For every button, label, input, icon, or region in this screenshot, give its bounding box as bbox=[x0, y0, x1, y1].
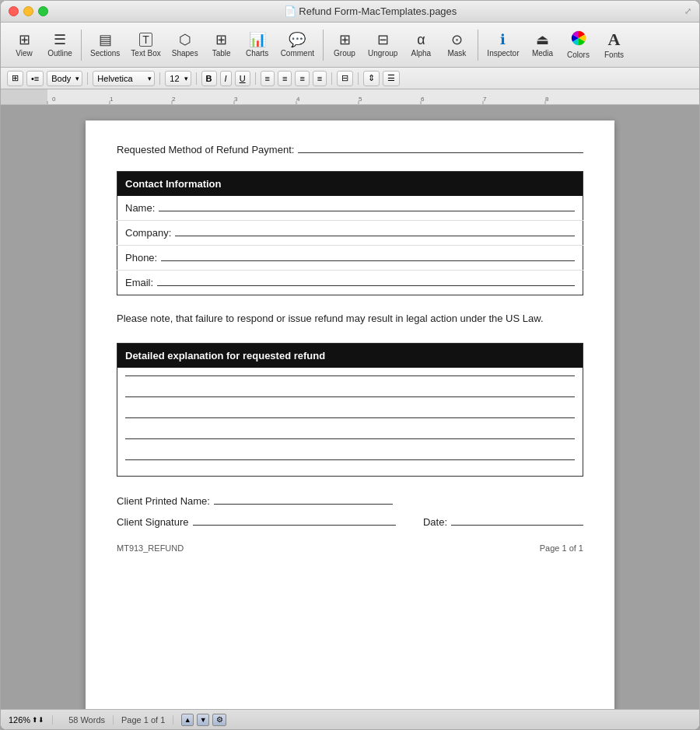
colors-icon bbox=[571, 30, 586, 48]
toolbar-textbox[interactable]: T Text Box bbox=[126, 26, 165, 65]
svg-text:1: 1 bbox=[110, 96, 114, 103]
toolbar-group-label: Group bbox=[334, 49, 355, 58]
refund-method-label: Requested Method of Refund Payment: bbox=[117, 144, 294, 155]
toolbar-media-label: Media bbox=[532, 49, 553, 58]
phone-field-row: Phone: bbox=[117, 246, 583, 270]
fmt-sep-5 bbox=[331, 72, 332, 85]
company-row: Company: bbox=[117, 221, 583, 246]
ruler: 0 1 2 3 4 5 6 7 8 bbox=[1, 89, 699, 105]
fmt-sep-3 bbox=[196, 72, 197, 85]
fmt-font-value: Helvetica bbox=[97, 74, 132, 83]
page-footer: MT913_REFUND Page 1 of 1 bbox=[117, 543, 583, 553]
toolbar-ungroup-label: Ungroup bbox=[368, 49, 397, 58]
name-label: Name: bbox=[125, 202, 155, 214]
name-field-row: Name: bbox=[117, 196, 583, 220]
client-signature-row: Client Signature Date: bbox=[117, 516, 583, 528]
email-row: Email: bbox=[117, 271, 583, 295]
toolbar-fonts[interactable]: A Fonts bbox=[597, 26, 632, 65]
nav-up-arrow[interactable]: ▲ bbox=[181, 714, 194, 726]
fmt-sep-4 bbox=[255, 72, 256, 85]
fmt-align-center-btn[interactable]: ≡ bbox=[278, 71, 292, 86]
toolbar: ⊞ View ☰ Outline ▤ Sections T Text Box ⬡… bbox=[1, 23, 699, 68]
client-printed-row: Client Printed Name: bbox=[117, 495, 583, 507]
toolbar-media[interactable]: ⏏ Media bbox=[526, 26, 560, 65]
toolbar-ungroup[interactable]: ⊟ Ungroup bbox=[363, 26, 402, 65]
fmt-italic-btn[interactable]: I bbox=[220, 71, 232, 86]
fmt-font-dropdown[interactable]: Helvetica bbox=[93, 71, 155, 86]
fmt-size-dropdown[interactable]: 12 bbox=[165, 71, 191, 86]
close-button[interactable] bbox=[9, 6, 19, 16]
client-printed-fill bbox=[214, 504, 393, 505]
svg-text:8: 8 bbox=[545, 96, 549, 103]
detail-line-4 bbox=[125, 438, 575, 439]
fmt-spacing-btn[interactable]: ⇕ bbox=[363, 71, 380, 86]
fmt-list-btn[interactable]: •≡ bbox=[26, 71, 44, 86]
fmt-align-left-btn[interactable]: ≡ bbox=[261, 71, 275, 86]
fmt-align-justify-btn[interactable]: ≡ bbox=[313, 71, 327, 86]
notice-text: Please note, that failure to respond or … bbox=[117, 311, 583, 327]
toolbar-alpha[interactable]: α Alpha bbox=[404, 26, 438, 65]
title-doc-icon: 📄 bbox=[284, 5, 299, 17]
svg-text:2: 2 bbox=[172, 96, 176, 103]
toolbar-outline[interactable]: ☰ Outline bbox=[43, 26, 77, 65]
svg-text:6: 6 bbox=[421, 96, 425, 103]
maximize-button[interactable] bbox=[38, 6, 48, 16]
toolbar-mask[interactable]: ⊙ Mask bbox=[439, 26, 474, 65]
detail-section-title: Detailed explanation for requested refun… bbox=[117, 343, 583, 368]
page-content: Requested Method of Refund Payment: Cont… bbox=[117, 144, 583, 553]
fmt-list-type-btn[interactable]: ☰ bbox=[383, 71, 400, 86]
page-count: Page 1 of 1 bbox=[114, 715, 173, 725]
nav-down-arrow[interactable]: ▼ bbox=[197, 714, 209, 726]
toolbar-comment-label: Comment bbox=[281, 49, 314, 58]
toolbar-comment[interactable]: 💬 Comment bbox=[276, 26, 319, 65]
mask-icon: ⊙ bbox=[451, 33, 463, 47]
toolbar-table[interactable]: ⊞ Table bbox=[205, 26, 239, 65]
toolbar-inspector-label: Inspector bbox=[487, 49, 519, 58]
fmt-sep-1 bbox=[87, 72, 88, 85]
zoom-control[interactable]: 126% ⬆⬇ bbox=[9, 715, 53, 725]
media-icon: ⏏ bbox=[536, 33, 549, 47]
statusbar: 126% ⬆⬇ 58 Words Page 1 of 1 ▲ ▼ ⚙ bbox=[1, 709, 699, 729]
fmt-sep-2 bbox=[159, 72, 160, 85]
signature-area: Client Printed Name: Client Signature Da… bbox=[117, 495, 583, 528]
fmt-bold-btn[interactable]: B bbox=[201, 71, 217, 86]
toolbar-group[interactable]: ⊞ Group bbox=[327, 26, 362, 65]
toolbar-shapes[interactable]: ⬡ Shapes bbox=[167, 26, 203, 65]
client-signature-label: Client Signature bbox=[117, 516, 189, 528]
detail-explanation-table: Detailed explanation for requested refun… bbox=[117, 343, 583, 477]
fmt-style-dropdown[interactable]: Body bbox=[47, 71, 82, 86]
fmt-style-btn[interactable]: ⊞ bbox=[7, 71, 23, 86]
toolbar-colors[interactable]: Colors bbox=[562, 26, 596, 65]
word-count: 58 Words bbox=[61, 715, 114, 725]
detail-line-3 bbox=[125, 417, 575, 418]
charts-icon: 📊 bbox=[249, 33, 266, 47]
resize-icon[interactable]: ⤢ bbox=[684, 6, 691, 16]
svg-text:5: 5 bbox=[359, 96, 362, 103]
refund-method-fill bbox=[298, 152, 583, 153]
svg-rect-2 bbox=[1, 89, 47, 105]
shapes-icon: ⬡ bbox=[179, 33, 191, 47]
minimize-button[interactable] bbox=[23, 6, 33, 16]
toolbar-charts[interactable]: 📊 Charts bbox=[240, 26, 275, 65]
fmt-columns-btn[interactable]: ⊟ bbox=[337, 71, 353, 86]
toolbar-sections[interactable]: ▤ Sections bbox=[86, 26, 124, 65]
zoom-value: 126% bbox=[9, 715, 30, 725]
nav-gear-button[interactable]: ⚙ bbox=[212, 714, 226, 726]
toolbar-view[interactable]: ⊞ View bbox=[7, 26, 41, 65]
fonts-icon: A bbox=[608, 31, 621, 48]
ungroup-icon: ⊟ bbox=[377, 33, 389, 47]
company-field-row: Company: bbox=[117, 221, 583, 245]
toolbar-alpha-label: Alpha bbox=[411, 49, 432, 58]
contact-header-row: Contact Information bbox=[117, 172, 583, 197]
toolbar-inspector[interactable]: ℹ Inspector bbox=[482, 26, 523, 65]
window-title: 📄 Refund Form-MacTemplates.pages bbox=[56, 5, 684, 17]
view-icon: ⊞ bbox=[19, 33, 30, 47]
fmt-underline-btn[interactable]: U bbox=[235, 71, 250, 86]
email-label: Email: bbox=[125, 277, 153, 288]
fmt-align-right-btn[interactable]: ≡ bbox=[295, 71, 309, 86]
toolbar-sep-1 bbox=[81, 30, 82, 61]
svg-text:7: 7 bbox=[483, 96, 487, 103]
toolbar-view-label: View bbox=[16, 49, 33, 58]
document-area: Requested Method of Refund Payment: Cont… bbox=[1, 105, 699, 709]
group-icon: ⊞ bbox=[339, 33, 351, 47]
